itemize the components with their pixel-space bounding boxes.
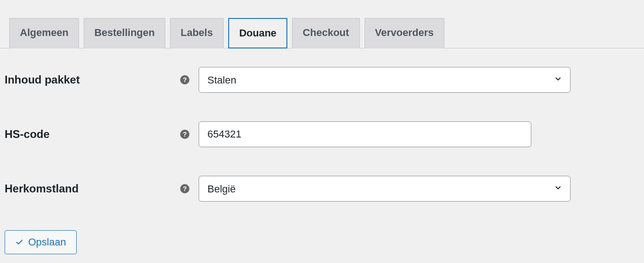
tab-vervoerders[interactable]: Vervoerders xyxy=(365,18,444,48)
check-icon xyxy=(15,238,24,246)
row-inhoud-pakket: Inhoud pakket ? Stalen xyxy=(5,67,639,93)
tab-checkout[interactable]: Checkout xyxy=(292,18,359,48)
select-wrapper-herkomstland: België xyxy=(199,176,571,202)
tab-algemeen[interactable]: Algemeen xyxy=(9,18,79,48)
help-wrapper: ? xyxy=(180,130,189,139)
help-icon[interactable]: ? xyxy=(180,184,189,193)
help-wrapper: ? xyxy=(180,75,189,84)
form-area: Inhoud pakket ? Stalen HS-code ? Herkoms… xyxy=(0,48,644,259)
help-icon[interactable]: ? xyxy=(180,130,189,139)
input-hs-code[interactable] xyxy=(199,121,531,147)
tabs-nav: Algemeen Bestellingen Labels Douane Chec… xyxy=(0,0,644,48)
label-herkomstland: Herkomstland xyxy=(5,182,180,195)
row-herkomstland: Herkomstland ? België xyxy=(5,176,639,202)
label-inhoud-pakket: Inhoud pakket xyxy=(5,73,180,86)
row-hs-code: HS-code ? xyxy=(5,121,639,147)
help-wrapper: ? xyxy=(180,184,189,193)
help-icon[interactable]: ? xyxy=(180,75,189,84)
select-herkomstland[interactable]: België xyxy=(199,176,571,202)
select-wrapper-inhoud-pakket: Stalen xyxy=(199,67,571,93)
tab-labels[interactable]: Labels xyxy=(170,18,224,48)
save-button-label: Opslaan xyxy=(28,236,66,248)
select-inhoud-pakket[interactable]: Stalen xyxy=(199,67,571,93)
save-button[interactable]: Opslaan xyxy=(5,230,77,254)
tab-douane[interactable]: Douane xyxy=(228,18,288,48)
tab-bestellingen[interactable]: Bestellingen xyxy=(84,18,165,48)
label-hs-code: HS-code xyxy=(5,128,180,141)
